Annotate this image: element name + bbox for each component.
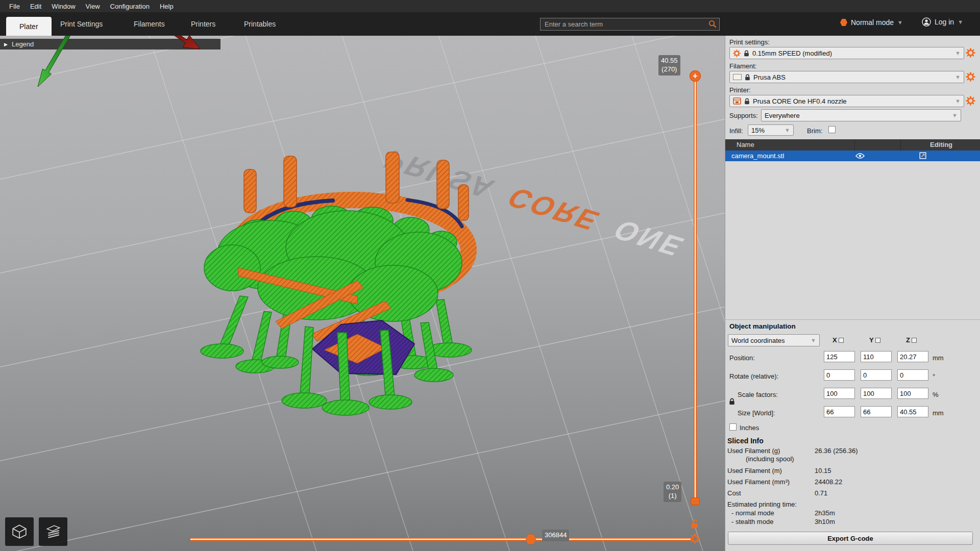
position-z-input[interactable] [897, 351, 928, 362]
menu-view[interactable]: View [81, 3, 105, 10]
tab-printers[interactable]: Printers [191, 12, 215, 36]
printer-combo[interactable]: Prusa CORE One HF0.4 nozzle ▼ [729, 95, 964, 107]
prusaslicer-window: File Edit Window View Configuration Help… [0, 0, 980, 551]
preview-view-button[interactable] [39, 517, 67, 546]
coordinates-value: World coordinates [731, 337, 785, 344]
brim-label: Brim: [807, 127, 822, 135]
supports-combo[interactable]: Everywhere ▼ [761, 109, 961, 121]
lock-icon [744, 50, 749, 57]
layer-slider-bottom-tooltip: 0.20 (1) [664, 482, 681, 502]
layer-slider-track[interactable] [694, 76, 697, 502]
slider-settings-gear-icon[interactable] [690, 533, 700, 544]
menu-window[interactable]: Window [46, 3, 80, 10]
supports-value: Everywhere [765, 112, 800, 119]
object-list-row-camera-mount[interactable]: camera_mount.stl [725, 151, 980, 161]
search-icon[interactable] [708, 20, 717, 28]
object-list-header: Name Editing [725, 139, 980, 151]
layer-slider-top-tooltip: 40.55 (270) [658, 55, 680, 76]
visibility-eye-icon[interactable] [855, 153, 865, 159]
axis-header-z: Z [906, 336, 917, 344]
infill-value: 15% [751, 127, 765, 134]
menu-configuration[interactable]: Configuration [105, 3, 155, 10]
sliced-info-title: Sliced Info [727, 437, 764, 445]
object-name: camera_mount.stl [731, 152, 784, 160]
uniform-scale-lock-icon[interactable] [729, 398, 735, 405]
menu-edit[interactable]: Edit [25, 3, 46, 10]
export-gcode-button[interactable]: Export G-code [728, 532, 973, 545]
menu-bar: File Edit Window View Configuration Help [0, 0, 980, 12]
menu-file[interactable]: File [4, 3, 25, 10]
scale-y-input[interactable] [861, 388, 892, 399]
bed-axes-arrows [0, 36, 235, 107]
filament-combo[interactable]: Prusa ABS ▼ [729, 71, 964, 83]
chevron-down-icon: ▼ [958, 19, 963, 25]
layer-slider-bottom-handle[interactable] [691, 497, 700, 505]
size-y-input[interactable] [861, 406, 892, 417]
3d-viewport[interactable]: PRUSA CORE ONE [0, 36, 725, 551]
chevron-down-icon: ▼ [897, 19, 903, 26]
3d-editor-view-button[interactable] [5, 517, 34, 546]
layer-range-lock-icon[interactable] [691, 519, 699, 529]
lock-icon [745, 74, 750, 81]
tab-print-settings[interactable]: Print Settings [60, 12, 103, 36]
rotate-x-input[interactable] [824, 369, 855, 381]
brim-checkbox[interactable] [828, 126, 836, 133]
object-manipulation-title: Object manipulation [729, 322, 796, 330]
edit-printer-gear-icon[interactable] [966, 96, 975, 106]
login-button[interactable]: Log in ▼ [922, 17, 963, 27]
edit-object-icon[interactable] [919, 152, 926, 159]
size-z-input[interactable] [897, 406, 928, 417]
print-settings-combo[interactable]: 0.15mm SPEED (modified) ▼ [729, 47, 964, 59]
chevron-down-icon: ▼ [952, 112, 958, 118]
size-x-input[interactable] [824, 406, 855, 417]
chevron-down-icon: ▼ [955, 50, 961, 56]
edit-filament-gear-icon[interactable] [966, 72, 975, 82]
axis-edit-icon[interactable] [912, 338, 917, 343]
stealth-mode-value: 3h10m [815, 518, 835, 525]
move-slider-track[interactable] [190, 538, 691, 541]
tab-printables[interactable]: Printables [244, 12, 276, 36]
inches-checkbox[interactable] [729, 423, 737, 431]
cube-icon [11, 523, 28, 540]
sliced-filament-m-row: Used Filament (m) 10.15 [727, 467, 978, 474]
position-label: Position: [729, 354, 755, 362]
model-camera-mount[interactable] [0, 36, 725, 551]
layer-slider-top-handle[interactable]: + [690, 70, 701, 82]
column-divider [900, 139, 901, 151]
printer-icon [733, 97, 741, 105]
tab-filaments[interactable]: Filaments [134, 12, 165, 36]
coordinates-combo[interactable]: World coordinates ▼ [728, 334, 820, 346]
layers-icon [45, 523, 61, 540]
login-label: Log in [935, 18, 954, 26]
rotate-unit: ° [933, 372, 935, 380]
search-input[interactable] [540, 18, 720, 31]
axis-edit-icon[interactable] [875, 338, 880, 343]
rotate-z-input[interactable] [897, 369, 928, 381]
sliced-filament-mm3-row: Used Filament (mm³) 24408.22 [727, 478, 978, 486]
sliced-filament-g-sub: (including spool) [746, 455, 980, 463]
position-x-input[interactable] [824, 351, 855, 362]
settings-sidebar: Print settings: 0.15mm SPEED (modified) … [725, 36, 980, 551]
size-label: Size [World]: [738, 409, 775, 417]
tab-plater[interactable]: Plater [6, 17, 52, 36]
edit-print-settings-gear-icon[interactable] [966, 48, 975, 58]
mode-selector[interactable]: Normal mode ▼ [840, 18, 903, 27]
scale-unit: % [933, 391, 939, 398]
scale-x-input[interactable] [824, 388, 855, 399]
position-y-input[interactable] [861, 351, 892, 362]
scale-z-input[interactable] [897, 388, 928, 399]
filament-label: Filament: [729, 62, 756, 70]
tab-bar: Plater Print Settings Filaments Printers… [0, 12, 980, 36]
infill-combo[interactable]: 15% ▼ [748, 124, 794, 136]
menu-help[interactable]: Help [155, 3, 179, 10]
rotate-y-input[interactable] [861, 369, 892, 381]
filament-m-value: 10.15 [815, 467, 831, 474]
position-unit: mm [933, 354, 944, 362]
axis-edit-icon[interactable] [839, 338, 844, 343]
column-divider [854, 139, 855, 151]
chevron-down-icon: ▼ [785, 127, 790, 133]
rotate-label: Rotate (relative): [729, 372, 778, 380]
chevron-down-icon: ▼ [955, 74, 961, 80]
axis-header-x: X [832, 336, 844, 344]
filament-g-value: 26.36 (256.36) [815, 447, 858, 455]
